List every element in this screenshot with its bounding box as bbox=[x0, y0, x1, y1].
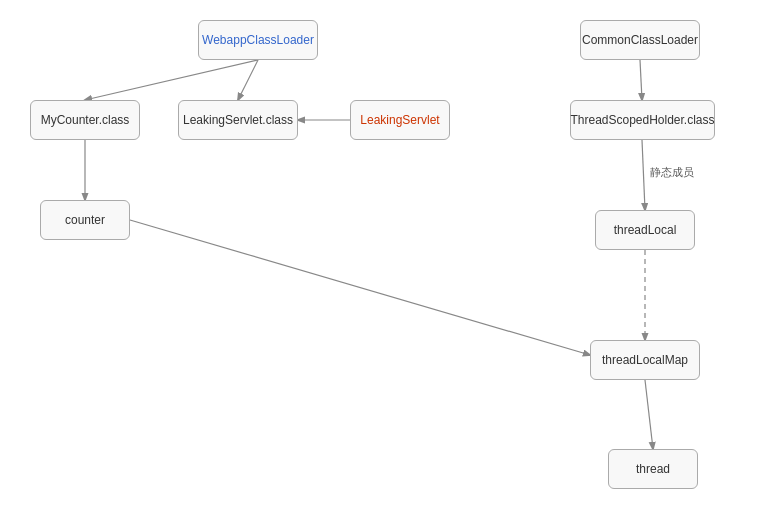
svg-line-5 bbox=[130, 220, 590, 355]
svg-line-8 bbox=[645, 380, 653, 449]
diagram: WebappClassLoader CommonClassLoader MyCo… bbox=[0, 0, 767, 526]
common-classloader-node: CommonClassLoader bbox=[580, 20, 700, 60]
static-member-label: 静态成员 bbox=[650, 165, 694, 180]
svg-line-0 bbox=[85, 60, 258, 100]
thread-local-map-node: threadLocalMap bbox=[590, 340, 700, 380]
leaking-servlet-class-node: LeakingServlet.class bbox=[178, 100, 298, 140]
arrows-svg bbox=[0, 0, 767, 526]
counter-node: counter bbox=[40, 200, 130, 240]
thread-local-node: threadLocal bbox=[595, 210, 695, 250]
svg-line-6 bbox=[642, 140, 645, 210]
webapp-classloader-node: WebappClassLoader bbox=[198, 20, 318, 60]
svg-line-1 bbox=[238, 60, 258, 100]
thread-node: thread bbox=[608, 449, 698, 489]
thread-scoped-holder-node: ThreadScopedHolder.class bbox=[570, 100, 715, 140]
my-counter-node: MyCounter.class bbox=[30, 100, 140, 140]
leaking-servlet-node: LeakingServlet bbox=[350, 100, 450, 140]
svg-line-2 bbox=[640, 60, 642, 100]
